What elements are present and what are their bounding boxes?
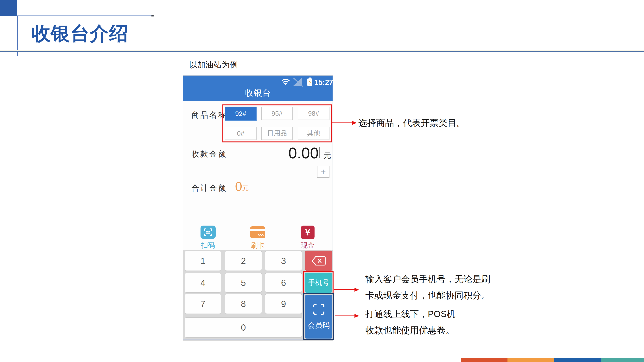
header-divider xyxy=(0,51,644,52)
slide-canvas: 收银台介绍 以加油站为例 15:27 收银台 商品名称 xyxy=(0,0,644,362)
backspace-key[interactable] xyxy=(305,251,332,271)
product-name-label: 商品名称 xyxy=(192,110,227,120)
key-5[interactable]: 5 xyxy=(225,273,262,293)
total-amount: 0 元 xyxy=(235,181,249,192)
payment-cash-label: 现金 xyxy=(301,241,315,250)
arrow-products-head xyxy=(352,121,357,125)
key-1[interactable]: 1 xyxy=(184,251,221,271)
example-caption: 以加油站为例 xyxy=(189,59,238,70)
product-option-95[interactable]: 95# xyxy=(261,107,293,120)
yuan-symbol: ¥ xyxy=(305,227,310,238)
key-8[interactable]: 8 xyxy=(225,294,262,314)
amount-input[interactable]: 0.00 xyxy=(286,147,318,159)
annotation-member-key: 打通线上线下，POS机 收款也能使用优惠卷。 xyxy=(365,306,456,338)
payment-cash[interactable]: ¥ 现金 xyxy=(283,220,332,250)
amount-underline xyxy=(224,160,319,160)
wifi-icon xyxy=(281,77,290,86)
key-3[interactable]: 3 xyxy=(265,251,302,271)
annotation-member-key-line2: 收款也能使用优惠卷。 xyxy=(365,322,456,338)
payment-scan[interactable]: 扫码 xyxy=(183,220,233,250)
total-label: 合计金额 xyxy=(192,183,227,193)
annotation-products: 选择商品，代表开票类目。 xyxy=(358,115,466,131)
qr-scan-icon xyxy=(200,226,216,239)
amount-unit: 元 xyxy=(323,150,331,161)
payment-scan-label: 扫码 xyxy=(201,241,215,250)
phone-key-annotation-box xyxy=(303,271,334,294)
status-time: 15:27 xyxy=(314,78,333,87)
payment-card-label: 刷卡 xyxy=(251,241,265,250)
key-0[interactable]: 0 xyxy=(184,317,302,338)
product-option-98[interactable]: 98# xyxy=(298,107,330,120)
payment-card[interactable]: 刷卡 xyxy=(233,220,283,250)
key-9[interactable]: 9 xyxy=(265,294,302,314)
member-key-annotation-box xyxy=(303,293,334,340)
key-4[interactable]: 4 xyxy=(184,273,221,293)
title-underline-endcap xyxy=(152,15,154,16)
annotation-member-key-line1: 打通线上线下，POS机 xyxy=(365,306,456,322)
arrow-member-key-head xyxy=(354,314,359,318)
product-option-other[interactable]: 其他 xyxy=(298,127,330,140)
credit-card-icon xyxy=(250,226,265,238)
key-7[interactable]: 7 xyxy=(184,294,221,314)
total-unit: 元 xyxy=(242,184,249,192)
corner-accent-square xyxy=(0,0,17,16)
arrow-products xyxy=(332,122,352,123)
battery-icon xyxy=(306,77,313,86)
page-title: 收银台介绍 xyxy=(32,21,128,46)
text-cursor xyxy=(319,147,320,158)
phone-header-title: 收银台 xyxy=(183,87,332,99)
footer-bar-orange xyxy=(508,358,554,362)
title-underline xyxy=(18,15,152,16)
key-6[interactable]: 6 xyxy=(265,273,302,293)
annotation-phone-key: 输入客户会员手机号，无论是刷 卡或现金支付，也能协同积分。 xyxy=(365,271,490,304)
product-option-0[interactable]: 0# xyxy=(225,127,256,140)
footer-bar-red xyxy=(461,358,508,362)
product-option-daily[interactable]: 日用品 xyxy=(261,127,293,140)
phone-header: 15:27 收银台 xyxy=(183,76,332,101)
total-value: 0 xyxy=(235,181,242,192)
cash-icon: ¥ xyxy=(301,226,314,239)
backspace-icon xyxy=(312,256,326,266)
add-item-button[interactable]: + xyxy=(317,166,330,178)
product-option-92[interactable]: 92# xyxy=(225,107,256,121)
arrow-member-key xyxy=(335,316,354,316)
no-signal-triangle-icon xyxy=(292,77,304,87)
footer-bar-teal xyxy=(601,358,644,362)
arrow-phone-key-head xyxy=(354,288,359,292)
annotation-phone-key-line2: 卡或现金支付，也能协同积分。 xyxy=(365,287,490,304)
arrow-phone-key xyxy=(334,289,354,290)
amount-label: 收款金额 xyxy=(192,149,227,159)
annotation-phone-key-line1: 输入客户会员手机号，无论是刷 xyxy=(365,271,490,287)
key-2[interactable]: 2 xyxy=(225,251,262,271)
footer-bar-blue xyxy=(554,358,601,362)
